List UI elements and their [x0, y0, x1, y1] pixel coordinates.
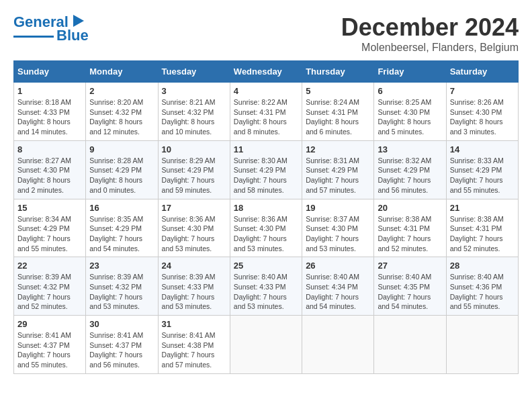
- day-cell: 28Sunrise: 8:40 AM Sunset: 4:36 PM Dayli…: [446, 257, 518, 316]
- logo: General Blue: [13, 13, 89, 43]
- day-cell: 9Sunrise: 8:28 AM Sunset: 4:29 PM Daylig…: [86, 140, 158, 199]
- day-cell: [302, 316, 374, 374]
- day-cell: 11Sunrise: 8:30 AM Sunset: 4:29 PM Dayli…: [230, 140, 302, 199]
- day-info: Sunrise: 8:34 AM Sunset: 4:29 PM Dayligh…: [17, 214, 82, 254]
- calendar-header: Sunday Monday Tuesday Wednesday Thursday…: [14, 61, 519, 83]
- day-cell: 1Sunrise: 8:18 AM Sunset: 4:33 PM Daylig…: [14, 83, 86, 141]
- day-cell: 26Sunrise: 8:40 AM Sunset: 4:34 PM Dayli…: [302, 257, 374, 316]
- subtitle: Molenbeersel, Flanders, Belgium: [341, 42, 519, 54]
- day-number: 16: [89, 203, 154, 213]
- day-number: 5: [306, 86, 370, 96]
- day-info: Sunrise: 8:38 AM Sunset: 4:31 PM Dayligh…: [378, 214, 442, 254]
- col-wednesday: Wednesday: [230, 61, 302, 83]
- day-cell: [230, 316, 302, 374]
- day-cell: 20Sunrise: 8:38 AM Sunset: 4:31 PM Dayli…: [374, 199, 446, 257]
- day-number: 13: [378, 144, 442, 154]
- day-number: 21: [450, 203, 515, 213]
- day-number: 18: [234, 203, 298, 213]
- day-info: Sunrise: 8:26 AM Sunset: 4:30 PM Dayligh…: [450, 97, 515, 137]
- day-cell: 25Sunrise: 8:40 AM Sunset: 4:33 PM Dayli…: [230, 257, 302, 316]
- day-number: 12: [306, 144, 370, 154]
- day-info: Sunrise: 8:29 AM Sunset: 4:29 PM Dayligh…: [162, 156, 226, 195]
- day-info: Sunrise: 8:31 AM Sunset: 4:29 PM Dayligh…: [306, 156, 370, 195]
- day-cell: 14Sunrise: 8:33 AM Sunset: 4:29 PM Dayli…: [446, 140, 518, 199]
- day-cell: 10Sunrise: 8:29 AM Sunset: 4:29 PM Dayli…: [158, 140, 230, 199]
- day-cell: 24Sunrise: 8:39 AM Sunset: 4:33 PM Dayli…: [158, 257, 230, 316]
- day-cell: 17Sunrise: 8:36 AM Sunset: 4:30 PM Dayli…: [158, 199, 230, 257]
- week-row-3: 15Sunrise: 8:34 AM Sunset: 4:29 PM Dayli…: [14, 199, 519, 257]
- title-section: December 2024 Molenbeersel, Flanders, Be…: [341, 13, 519, 54]
- day-number: 22: [17, 261, 82, 271]
- week-row-2: 8Sunrise: 8:27 AM Sunset: 4:30 PM Daylig…: [14, 140, 519, 199]
- day-info: Sunrise: 8:40 AM Sunset: 4:33 PM Dayligh…: [234, 272, 298, 312]
- day-info: Sunrise: 8:33 AM Sunset: 4:29 PM Dayligh…: [450, 156, 515, 195]
- day-cell: 29Sunrise: 8:41 AM Sunset: 4:37 PM Dayli…: [14, 316, 86, 374]
- day-number: 20: [378, 203, 442, 213]
- day-info: Sunrise: 8:41 AM Sunset: 4:37 PM Dayligh…: [89, 330, 154, 370]
- day-number: 25: [234, 261, 298, 271]
- day-info: Sunrise: 8:35 AM Sunset: 4:29 PM Dayligh…: [89, 214, 154, 254]
- week-row-4: 22Sunrise: 8:39 AM Sunset: 4:32 PM Dayli…: [14, 257, 519, 316]
- day-info: Sunrise: 8:39 AM Sunset: 4:32 PM Dayligh…: [89, 272, 154, 312]
- page-header: General Blue December 2024 Molenbeersel,…: [13, 13, 519, 54]
- day-number: 8: [17, 144, 82, 154]
- main-title: December 2024: [341, 13, 519, 42]
- calendar-body: 1Sunrise: 8:18 AM Sunset: 4:33 PM Daylig…: [14, 83, 519, 374]
- col-friday: Friday: [374, 61, 446, 83]
- day-number: 1: [17, 86, 82, 96]
- logo-arrow-icon: [71, 13, 85, 28]
- day-cell: 30Sunrise: 8:41 AM Sunset: 4:37 PM Dayli…: [86, 316, 158, 374]
- day-number: 2: [89, 86, 154, 96]
- day-number: 10: [162, 144, 226, 154]
- day-cell: 16Sunrise: 8:35 AM Sunset: 4:29 PM Dayli…: [86, 199, 158, 257]
- day-cell: 15Sunrise: 8:34 AM Sunset: 4:29 PM Dayli…: [14, 199, 86, 257]
- header-row: Sunday Monday Tuesday Wednesday Thursday…: [14, 61, 519, 83]
- day-cell: 4Sunrise: 8:22 AM Sunset: 4:31 PM Daylig…: [230, 83, 302, 141]
- day-info: Sunrise: 8:36 AM Sunset: 4:30 PM Dayligh…: [162, 214, 226, 254]
- day-cell: 18Sunrise: 8:36 AM Sunset: 4:30 PM Dayli…: [230, 199, 302, 257]
- col-sunday: Sunday: [14, 61, 86, 83]
- day-info: Sunrise: 8:41 AM Sunset: 4:38 PM Dayligh…: [162, 330, 226, 370]
- day-cell: 2Sunrise: 8:20 AM Sunset: 4:32 PM Daylig…: [86, 83, 158, 141]
- day-info: Sunrise: 8:40 AM Sunset: 4:34 PM Dayligh…: [306, 272, 370, 312]
- day-cell: 5Sunrise: 8:24 AM Sunset: 4:31 PM Daylig…: [302, 83, 374, 141]
- col-thursday: Thursday: [302, 61, 374, 83]
- day-number: 14: [450, 144, 515, 154]
- day-info: Sunrise: 8:28 AM Sunset: 4:29 PM Dayligh…: [89, 156, 154, 195]
- day-info: Sunrise: 8:40 AM Sunset: 4:36 PM Dayligh…: [450, 272, 515, 312]
- day-info: Sunrise: 8:24 AM Sunset: 4:31 PM Dayligh…: [306, 97, 370, 137]
- day-info: Sunrise: 8:21 AM Sunset: 4:32 PM Dayligh…: [162, 97, 226, 137]
- col-tuesday: Tuesday: [158, 61, 230, 83]
- day-number: 29: [17, 319, 82, 329]
- day-number: 15: [17, 203, 82, 213]
- week-row-1: 1Sunrise: 8:18 AM Sunset: 4:33 PM Daylig…: [14, 83, 519, 141]
- logo-blue-text: Blue: [56, 28, 89, 43]
- day-number: 11: [234, 144, 298, 154]
- day-info: Sunrise: 8:36 AM Sunset: 4:30 PM Dayligh…: [234, 214, 298, 254]
- day-number: 4: [234, 86, 298, 96]
- day-info: Sunrise: 8:27 AM Sunset: 4:30 PM Dayligh…: [17, 156, 82, 195]
- day-info: Sunrise: 8:39 AM Sunset: 4:32 PM Dayligh…: [17, 272, 82, 312]
- day-number: 27: [378, 261, 442, 271]
- day-info: Sunrise: 8:20 AM Sunset: 4:32 PM Dayligh…: [89, 97, 154, 137]
- day-number: 7: [450, 86, 515, 96]
- day-info: Sunrise: 8:40 AM Sunset: 4:35 PM Dayligh…: [378, 272, 442, 312]
- day-cell: 21Sunrise: 8:38 AM Sunset: 4:31 PM Dayli…: [446, 199, 518, 257]
- day-cell: [446, 316, 518, 374]
- day-info: Sunrise: 8:25 AM Sunset: 4:30 PM Dayligh…: [378, 97, 442, 137]
- day-number: 6: [378, 86, 442, 96]
- col-monday: Monday: [86, 61, 158, 83]
- day-cell: 6Sunrise: 8:25 AM Sunset: 4:30 PM Daylig…: [374, 83, 446, 141]
- week-row-5: 29Sunrise: 8:41 AM Sunset: 4:37 PM Dayli…: [14, 316, 519, 374]
- day-number: 26: [306, 261, 370, 271]
- logo-underline: [13, 36, 54, 38]
- day-info: Sunrise: 8:32 AM Sunset: 4:29 PM Dayligh…: [378, 156, 442, 195]
- day-number: 24: [162, 261, 226, 271]
- day-number: 30: [89, 319, 154, 329]
- day-number: 23: [89, 261, 154, 271]
- day-cell: 3Sunrise: 8:21 AM Sunset: 4:32 PM Daylig…: [158, 83, 230, 141]
- calendar-table: Sunday Monday Tuesday Wednesday Thursday…: [13, 60, 519, 374]
- day-number: 3: [162, 86, 226, 96]
- day-cell: 31Sunrise: 8:41 AM Sunset: 4:38 PM Dayli…: [158, 316, 230, 374]
- col-saturday: Saturday: [446, 61, 518, 83]
